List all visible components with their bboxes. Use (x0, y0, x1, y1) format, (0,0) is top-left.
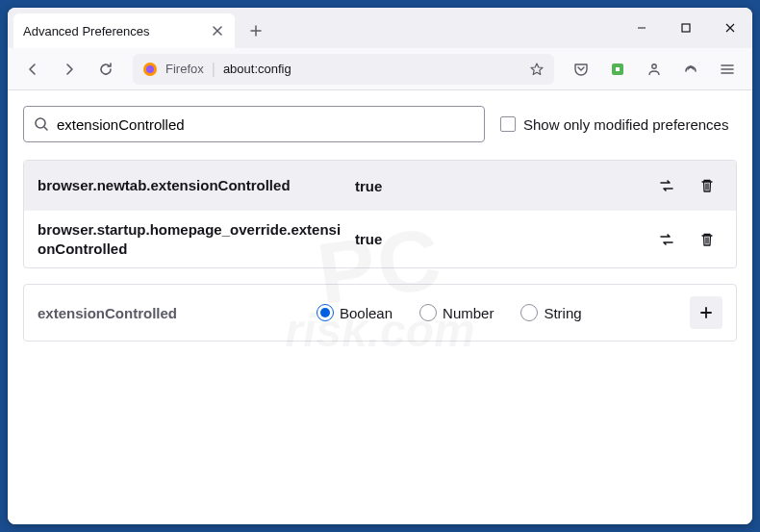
urlbar[interactable]: Firefox | about:config (133, 54, 554, 85)
svg-rect-0 (682, 24, 690, 32)
svg-rect-4 (616, 67, 620, 71)
type-radios: Boolean Number String (317, 304, 671, 321)
show-modified-label: Show only modified preferences (523, 116, 728, 133)
pref-list: browser.newtab.extensionControlled true … (23, 160, 737, 268)
toggle-button[interactable] (651, 224, 682, 255)
radio-icon (317, 304, 334, 321)
config-search-input[interactable] (23, 106, 485, 142)
overflow-icon[interactable] (675, 54, 706, 85)
toolbar: Firefox | about:config (8, 48, 752, 90)
search-icon (34, 116, 49, 132)
add-button[interactable] (690, 296, 722, 329)
radio-label: Number (443, 305, 494, 321)
firefox-logo-icon (142, 62, 158, 77)
radio-icon (419, 304, 437, 321)
url-prefix: Firefox (165, 62, 204, 76)
back-button[interactable] (17, 54, 48, 85)
extension-icon[interactable] (602, 54, 633, 85)
toggle-button[interactable] (651, 170, 682, 201)
radio-label: Boolean (340, 305, 393, 321)
add-pref-row: extensionControlled Boolean Number Strin… (23, 284, 737, 342)
pref-value: true (355, 231, 642, 247)
add-pref-name: extensionControlled (38, 305, 297, 321)
trash-icon (699, 232, 715, 247)
delete-button[interactable] (692, 170, 722, 201)
radio-boolean[interactable]: Boolean (317, 304, 393, 321)
checkbox-icon (500, 116, 516, 132)
titlebar: Advanced Preferences (8, 8, 752, 48)
tab-title: Advanced Preferences (23, 24, 150, 38)
tab-active[interactable]: Advanced Preferences (13, 13, 235, 48)
content-area: PC risk.com Show only modified preferenc… (8, 90, 752, 524)
pref-name: browser.startup.homepage_override.extens… (38, 220, 345, 258)
toggle-icon (658, 177, 675, 194)
forward-button[interactable] (54, 54, 85, 85)
pref-value: true (355, 178, 642, 194)
browser-window: Advanced Preferences (8, 8, 752, 524)
pref-row[interactable]: browser.newtab.extensionControlled true (24, 161, 736, 211)
trash-icon (699, 178, 715, 193)
pocket-icon[interactable] (566, 54, 596, 85)
show-modified-checkbox[interactable]: Show only modified preferences (500, 116, 728, 133)
account-icon[interactable] (639, 54, 670, 85)
maximize-button[interactable] (664, 8, 708, 48)
radio-number[interactable]: Number (419, 304, 494, 321)
plus-icon (699, 306, 713, 319)
search-row: Show only modified preferences (23, 106, 737, 142)
reload-button[interactable] (90, 54, 121, 85)
close-button[interactable] (708, 8, 752, 48)
minimize-button[interactable] (620, 8, 664, 48)
menu-button[interactable] (712, 54, 743, 85)
star-icon[interactable] (529, 62, 545, 77)
url-text: about:config (223, 62, 521, 76)
radio-string[interactable]: String (520, 304, 581, 321)
pref-name: browser.newtab.extensionControlled (38, 176, 345, 195)
svg-point-2 (146, 65, 154, 73)
toggle-icon (658, 231, 675, 248)
search-input[interactable] (57, 116, 474, 133)
svg-point-5 (652, 63, 656, 67)
delete-button[interactable] (692, 224, 722, 255)
radio-label: String (544, 305, 581, 321)
newtab-button[interactable] (241, 13, 271, 48)
radio-icon (520, 304, 538, 321)
close-icon[interactable] (210, 23, 225, 38)
pref-row[interactable]: browser.startup.homepage_override.extens… (24, 211, 736, 267)
